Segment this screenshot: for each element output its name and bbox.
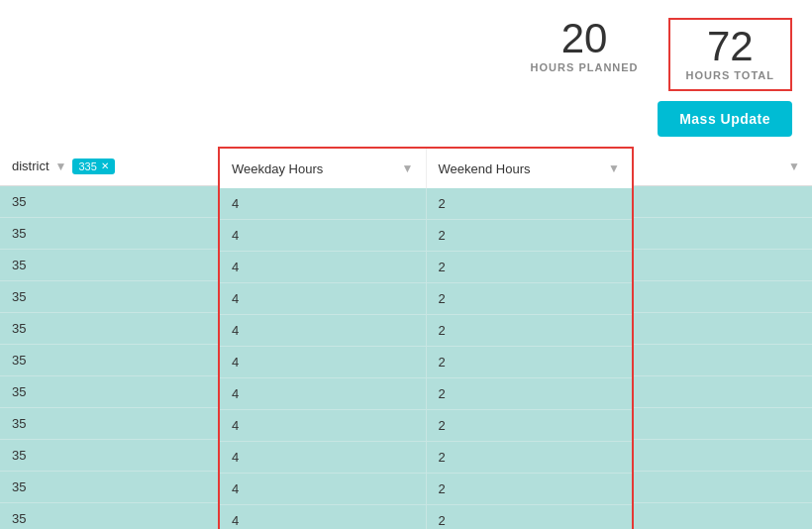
list-item: 35 [0,376,218,408]
list-item [634,345,812,376]
district-header-label: district [12,159,50,173]
weekend-cell: 2 [427,252,633,282]
weekday-cell: 4 [220,283,427,314]
table-row: 4 2 [220,474,632,505]
hours-planned-label: HOURS PLANNED [531,61,639,73]
weekday-hours-label: Weekday Hours [232,161,323,176]
district-column-header: district ▼ 335 ✕ [0,147,218,186]
right-filter-icon[interactable]: ▼ [788,159,800,173]
weekday-cell: 4 [220,474,427,504]
weekend-cell: 2 [427,220,633,251]
list-item: 35 [0,250,218,281]
table-row: 4 2 [220,410,632,442]
district-filter-icon[interactable]: ▼ [55,159,67,173]
list-item [634,250,812,281]
weekday-filter-icon[interactable]: ▼ [402,161,414,175]
district-filter-tag[interactable]: 335 ✕ [72,159,114,174]
weekend-hours-label: Weekend Hours [439,161,531,176]
weekday-cell: 4 [220,442,427,473]
list-item: 35 [0,408,218,440]
filter-tag-close-icon[interactable]: ✕ [101,160,109,171]
weekend-cell: 2 [427,410,633,441]
header-stats: 20 HOURS PLANNED 72 HOURS TOTAL [0,0,812,101]
table-row: 4 2 [220,442,632,474]
list-item: 35 [0,281,218,313]
weekday-cell: 4 [220,188,427,219]
weekday-cell: 4 [220,505,427,529]
list-item: 35 [0,440,218,472]
table-row: 4 2 [220,188,632,220]
weekend-cell: 2 [427,188,633,219]
list-item [634,376,812,408]
list-item [634,186,812,218]
list-item: 35 [0,186,218,218]
list-item: 35 [0,218,218,250]
toolbar: Mass Update [0,101,812,147]
weekend-hours-header: Weekend Hours ▼ [427,149,633,188]
left-panel: district ▼ 335 ✕ 35 35 35 35 35 35 35 35… [0,147,218,529]
list-item: 35 [0,503,218,529]
list-item [634,440,812,472]
weekend-filter-icon[interactable]: ▼ [608,161,620,175]
table-area: district ▼ 335 ✕ 35 35 35 35 35 35 35 35… [0,147,812,529]
weekend-cell: 2 [427,315,633,346]
weekday-hours-header: Weekday Hours ▼ [220,149,427,188]
weekday-cell: 4 [220,347,427,377]
list-item [634,281,812,313]
table-row: 4 2 [220,283,632,315]
hours-total-label: HOURS TOTAL [686,69,774,81]
mass-update-button[interactable]: Mass Update [658,101,792,137]
table-row: 4 2 [220,347,632,378]
right-column-header: ▼ [634,147,812,186]
hours-planned-value: 20 [531,18,639,59]
weekend-cell: 2 [427,283,633,314]
list-item [634,408,812,440]
weekend-cell: 2 [427,474,633,504]
hours-total-block: 72 HOURS TOTAL [668,18,792,91]
list-item [634,472,812,503]
list-item [634,503,812,529]
table-row: 4 2 [220,252,632,283]
weekend-cell: 2 [427,378,633,409]
weekday-cell: 4 [220,220,427,251]
filter-tag-value: 335 [78,160,96,172]
hours-planned-block: 20 HOURS PLANNED [531,18,639,73]
hours-total-value: 72 [686,26,774,67]
table-row: 4 2 [220,315,632,347]
table-row: 4 2 [220,220,632,252]
table-row: 4 2 [220,505,632,529]
weekday-cell: 4 [220,315,427,346]
right-panel: ▼ [634,147,812,529]
middle-header-row: Weekday Hours ▼ Weekend Hours ▼ [220,149,632,188]
list-item [634,313,812,345]
table-row: 4 2 [220,378,632,410]
list-item: 35 [0,472,218,503]
list-item [634,218,812,250]
list-item: 35 [0,345,218,376]
weekend-cell: 2 [427,442,633,473]
weekend-cell: 2 [427,505,633,529]
weekday-cell: 4 [220,252,427,282]
middle-panel: Weekday Hours ▼ Weekend Hours ▼ 4 2 4 2 … [218,147,634,529]
list-item: 35 [0,313,218,345]
weekday-cell: 4 [220,410,427,441]
weekday-cell: 4 [220,378,427,409]
weekend-cell: 2 [427,347,633,377]
